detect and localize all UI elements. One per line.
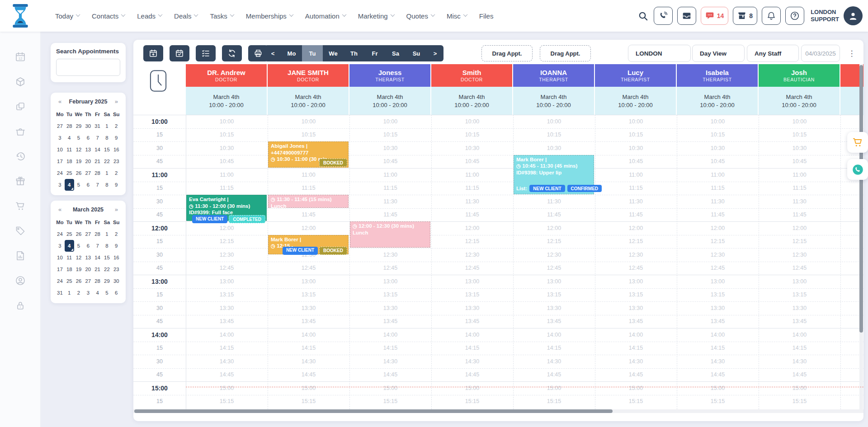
time-slot[interactable]: 12:45	[431, 262, 513, 275]
time-slot[interactable]: 12:30	[431, 248, 513, 262]
time-slot[interactable]: 11:45	[759, 208, 840, 222]
time-slot[interactable]: 14:45	[595, 368, 677, 382]
appointment[interactable]: Abigail Jones |+447490009777◷ 10:30 - 11…	[268, 141, 349, 168]
chat-button[interactable]: 14	[701, 7, 729, 25]
column-date-cell[interactable]: March 4th10:00 - 20:00	[186, 87, 267, 115]
drag-appointment-right[interactable]: Drag Appt.	[540, 45, 591, 61]
calendar-day[interactable]: 23	[112, 263, 121, 275]
calendar-day[interactable]: 12	[74, 144, 84, 155]
calendar-day[interactable]: 28	[93, 228, 102, 240]
time-slot[interactable]: 14:45	[186, 368, 268, 382]
calendar-day[interactable]: 3	[55, 179, 65, 191]
calendar-day[interactable]: 24	[55, 167, 65, 179]
time-slot[interactable]: 10:15	[759, 128, 840, 142]
calendar-day[interactable]: 16	[112, 252, 121, 263]
calendar-day-selected[interactable]: 4	[65, 240, 74, 252]
nav-leads[interactable]: Leads	[137, 12, 162, 20]
time-slot[interactable]: 13:00	[431, 275, 513, 288]
time-slot[interactable]: 14:30	[595, 355, 677, 368]
time-slot[interactable]: 15:00	[431, 381, 513, 395]
prev-month-button[interactable]: «	[57, 206, 63, 213]
time-slot[interactable]: 11:00	[431, 168, 513, 182]
calendar-day[interactable]: 15	[102, 144, 112, 155]
calendar-icon[interactable]: 12	[15, 52, 26, 62]
calendar-day[interactable]: 1	[102, 120, 112, 132]
calendar-day[interactable]: 5	[74, 132, 84, 144]
time-slot[interactable]: 13:00	[595, 275, 677, 288]
time-slot[interactable]: 13:30	[431, 301, 513, 315]
time-slot[interactable]: 14:00	[349, 328, 431, 342]
day-tab-we[interactable]: We	[323, 45, 344, 61]
time-slot[interactable]: 10:45	[349, 155, 431, 169]
time-slot[interactable]: 12:30	[677, 248, 759, 262]
next-month-button[interactable]: »	[113, 98, 119, 105]
time-slot[interactable]: 13:45	[513, 315, 595, 328]
time-slot[interactable]: 12:00	[677, 221, 759, 235]
time-slot[interactable]: 10:30	[513, 141, 595, 155]
time-slot[interactable]: 12:45	[349, 262, 431, 275]
time-slot[interactable]: 13:00	[186, 275, 268, 288]
time-slot[interactable]: 13:15	[513, 288, 595, 302]
time-slot[interactable]: 10:30	[595, 141, 677, 155]
nav-misc[interactable]: Misc	[447, 12, 467, 20]
calendar-day[interactable]: 22	[102, 155, 112, 167]
time-slot[interactable]: 12:45	[268, 262, 349, 275]
nav-files[interactable]: Files	[479, 12, 494, 20]
time-slot[interactable]: 15:15	[677, 395, 759, 408]
time-slot[interactable]: 15:15	[431, 395, 513, 408]
time-slot[interactable]: 13:45	[349, 315, 431, 328]
lock-icon[interactable]	[15, 300, 26, 311]
inbox-button[interactable]	[677, 7, 696, 25]
day-tab-tu[interactable]: Tu	[302, 45, 323, 61]
time-slot[interactable]: 12:30	[349, 248, 431, 262]
time-slot[interactable]: 11:30	[677, 195, 759, 208]
time-slot[interactable]: 15:00	[186, 381, 268, 395]
appointment[interactable]: ◷ 12:00 - 12:30 (30 mins)Lunch	[350, 221, 430, 248]
time-slot[interactable]: 11:15	[268, 182, 349, 195]
day-tab-th[interactable]: Th	[344, 45, 364, 61]
column-date-cell[interactable]: March 4th10:00 - 20:00	[513, 87, 594, 115]
calendar-day[interactable]: 8	[102, 240, 112, 252]
time-slot[interactable]: 14:15	[186, 342, 268, 355]
time-slot[interactable]: 12:30	[186, 248, 268, 262]
gift-icon[interactable]	[15, 176, 26, 187]
time-slot[interactable]: 11:45	[349, 208, 431, 222]
calendar-day[interactable]: 17	[55, 263, 65, 275]
time-slot[interactable]: 13:15	[595, 288, 677, 302]
time-slot[interactable]: 14:00	[595, 328, 677, 342]
column-date-cell[interactable]: March 4th10:00 - 20:00	[268, 87, 349, 115]
time-slot[interactable]: 13:30	[677, 301, 759, 315]
appointment[interactable]: ◷ 11:30 - 11:45 (15 mins)Lunch	[268, 195, 349, 208]
calendar-day[interactable]: 2	[112, 228, 121, 240]
time-slot[interactable]: 10:30	[349, 141, 431, 155]
store-button[interactable]: 8	[733, 7, 757, 25]
column-date-cell[interactable]: March 4th10:00 - 20:00	[595, 87, 676, 115]
time-slot[interactable]: 15:15	[186, 395, 268, 408]
staff-column-header[interactable]: JoshBEAUTICIAN	[759, 64, 840, 87]
time-slot[interactable]: 15:15	[268, 395, 349, 408]
calendar-day[interactable]: 27	[83, 167, 93, 179]
calendar-day[interactable]: 9	[112, 132, 121, 144]
time-slot[interactable]: 13:15	[186, 288, 268, 302]
tag-icon[interactable]	[15, 225, 26, 236]
time-slot[interactable]: 12:45	[759, 262, 840, 275]
time-slot[interactable]: 13:15	[677, 288, 759, 302]
time-slot[interactable]: 13:45	[186, 315, 268, 328]
time-slot[interactable]: 13:00	[268, 275, 349, 288]
time-slot[interactable]: 10:30	[186, 141, 268, 155]
calendar-day[interactable]: 9	[112, 179, 121, 191]
time-slot[interactable]: 12:15	[513, 235, 595, 249]
time-slot[interactable]: 11:30	[595, 195, 677, 208]
calendar-day[interactable]: 28	[93, 167, 102, 179]
time-slot[interactable]: 11:45	[677, 208, 759, 222]
time-slot[interactable]: 11:15	[595, 182, 677, 195]
time-slot[interactable]: 14:30	[677, 355, 759, 368]
calendar-day[interactable]: 29	[74, 120, 84, 132]
nav-deals[interactable]: Deals	[174, 12, 198, 20]
calendar-day[interactable]: 2	[74, 287, 84, 299]
calendar-day[interactable]: 27	[55, 120, 65, 132]
time-slot[interactable]: 10:15	[268, 128, 349, 142]
calendar-day[interactable]: 28	[93, 275, 102, 287]
time-slot[interactable]: 12:00	[268, 221, 349, 235]
staff-column-header[interactable]: LucyTHERAPIST	[595, 64, 676, 87]
